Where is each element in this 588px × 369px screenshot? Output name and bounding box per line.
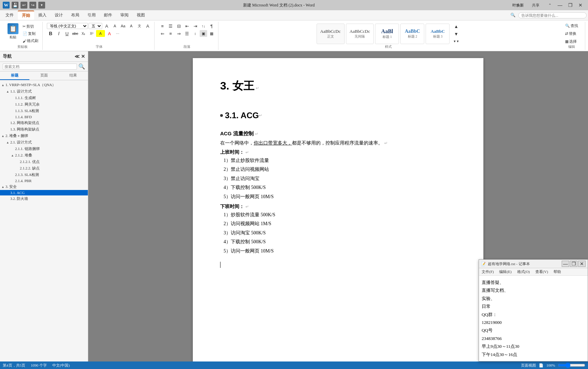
- justify-button[interactable]: ☰: [183, 30, 191, 37]
- font-name-select[interactable]: 等线 (中文正文): [47, 23, 88, 29]
- nav-item-2-1-2-1[interactable]: 2.1.2.1. 优点: [0, 159, 88, 165]
- phonetic-button[interactable]: ⋯: [114, 30, 121, 37]
- nav-tab-results[interactable]: 结果: [58, 71, 88, 80]
- nav-item-1-1[interactable]: ▲1.1. 设计方式: [0, 88, 88, 95]
- show-marks-button[interactable]: ¶: [208, 23, 215, 29]
- underline-button[interactable]: U: [63, 30, 71, 37]
- redo-icon[interactable]: ↪: [29, 2, 36, 9]
- italic-button[interactable]: I: [55, 30, 63, 37]
- nav-item-3-2[interactable]: 3.2. 防火墙: [0, 195, 88, 202]
- menu-design[interactable]: 设计: [51, 11, 67, 19]
- nav-item-1-3[interactable]: 1.3. 网络构架缺点: [0, 126, 88, 133]
- nav-item-2-1-2[interactable]: ▲2.1.2. 堆叠: [0, 152, 88, 159]
- menu-insert[interactable]: 插入: [34, 11, 51, 19]
- select-button[interactable]: ▦ 选择: [564, 38, 579, 45]
- menu-layout[interactable]: 布局: [67, 11, 83, 19]
- multilevel-button[interactable]: ⊟: [175, 23, 183, 29]
- style-h1[interactable]: AaBl 标题 1: [375, 24, 399, 44]
- notepad-close-button[interactable]: ✕: [578, 261, 586, 267]
- ribbon-toggle-button[interactable]: ⌃: [545, 2, 554, 9]
- replace-button[interactable]: ⇄ 替换: [564, 30, 579, 37]
- change-case-button[interactable]: A: [144, 23, 151, 29]
- menu-mailings[interactable]: 邮件: [100, 11, 116, 19]
- strikethrough-button[interactable]: abc: [71, 30, 79, 37]
- nav-item-2[interactable]: ▲2. 堆叠＋捆绑: [0, 133, 88, 139]
- line-spacing-button[interactable]: ↕: [191, 30, 199, 37]
- share-button[interactable]: 共享: [527, 2, 544, 9]
- font-size-select[interactable]: 五号: [89, 23, 102, 29]
- view-mode[interactable]: 页面视图: [521, 363, 536, 368]
- bold-button[interactable]: B: [47, 30, 54, 37]
- nav-item-2-1-1[interactable]: 2.1.1. 链路捆绑: [0, 146, 88, 152]
- paste-button[interactable]: 📋 粘贴: [5, 22, 21, 41]
- restore-button[interactable]: ❐: [565, 2, 575, 9]
- nav-tab-headings[interactable]: 标题: [0, 71, 29, 80]
- highlight-button[interactable]: A: [96, 30, 105, 37]
- find-button[interactable]: 🔍 查找: [564, 23, 579, 29]
- notepad-content[interactable]: 直播答疑、直播写文档、实验、日常QQ群：128219000QQ号23483876…: [479, 276, 588, 361]
- nav-arrow-icon[interactable]: ≪: [75, 54, 80, 59]
- style-normal[interactable]: AaBbCcDc 正文: [317, 24, 345, 44]
- font-grow-button[interactable]: A: [103, 23, 110, 29]
- text-effect-button[interactable]: A: [128, 23, 135, 29]
- nav-item-3-1[interactable]: 3.1. ACG: [0, 190, 88, 195]
- notepad-menu-格式O[interactable]: 格式(O): [516, 269, 531, 275]
- nav-tab-pages[interactable]: 页面: [29, 71, 59, 80]
- menu-review[interactable]: 审阅: [116, 11, 133, 19]
- notepad-menu-查看V[interactable]: 查看(V): [534, 269, 549, 275]
- increase-indent-button[interactable]: ⇥: [191, 23, 199, 29]
- nav-close-icon[interactable]: ✕: [81, 54, 85, 59]
- nav-item-1-1-3[interactable]: 1.1.3. SLA检测: [0, 108, 88, 114]
- subscript-button[interactable]: X₂: [80, 30, 87, 37]
- notepad-minimize-button[interactable]: —: [562, 261, 569, 267]
- nav-item-1-1-1[interactable]: 1.1.1. 生成树: [0, 95, 88, 101]
- format-painter-button[interactable]: 🖌 格式刷: [21, 38, 40, 44]
- dropdown-icon[interactable]: ▼: [38, 2, 45, 9]
- border-button[interactable]: ▦: [208, 30, 215, 37]
- superscript-button[interactable]: X²: [88, 30, 95, 37]
- nav-item-1-1-4[interactable]: 1.1.4. BFD: [0, 114, 88, 120]
- font-clear-button[interactable]: Aa: [119, 23, 127, 29]
- sort-button[interactable]: ↑↓: [200, 23, 207, 29]
- font-color-button[interactable]: A: [106, 30, 113, 37]
- zoom-slider[interactable]: [558, 363, 585, 368]
- close-button[interactable]: ✕: [576, 2, 585, 9]
- nav-item-2-1-3[interactable]: 2.1.3. SLA检测: [0, 172, 88, 178]
- decrease-indent-button[interactable]: ⇤: [183, 23, 191, 29]
- notepad-menu-编辑E[interactable]: 编辑(E): [498, 269, 513, 275]
- notepad-restore-button[interactable]: ❐: [570, 261, 577, 267]
- align-left-button[interactable]: ⇐: [159, 30, 166, 37]
- notepad-menu-文件F[interactable]: 文件(F): [480, 269, 495, 275]
- notepad-menu-帮助[interactable]: 帮助: [552, 269, 562, 275]
- nav-item-1-2[interactable]: 1.2. 网络构架优点: [0, 120, 88, 126]
- menu-file[interactable]: 文件: [1, 11, 18, 19]
- view-mode-icon[interactable]: 📄: [539, 363, 544, 368]
- cut-button[interactable]: ✂ 剪切: [21, 23, 40, 30]
- menu-home[interactable]: 开始: [18, 11, 34, 20]
- bullets-button[interactable]: ≡: [159, 23, 166, 29]
- align-right-button[interactable]: ⇒: [175, 30, 183, 37]
- style-h3[interactable]: AaBbC 标题 3: [426, 24, 450, 44]
- wen-button[interactable]: 文: [136, 23, 143, 29]
- nav-item-2-1-2-2[interactable]: 2.1.2.2. 缺点: [0, 165, 88, 172]
- nav-search-input[interactable]: [3, 64, 77, 70]
- styles-scroll-down-button[interactable]: ▼: [452, 30, 460, 37]
- menu-references[interactable]: 引用: [83, 11, 100, 19]
- menu-view[interactable]: 视图: [133, 11, 149, 19]
- nav-item-1[interactable]: ▲1. VRRP+MSTP+SLA（QNA）: [0, 82, 88, 88]
- font-shrink-button[interactable]: A: [111, 23, 119, 29]
- nav-item-2-1-4[interactable]: 2.1.4. PBR: [0, 178, 88, 183]
- nav-item-1-1-2[interactable]: 1.1.2. 网关冗余: [0, 101, 88, 108]
- align-center-button[interactable]: ≡: [167, 30, 174, 37]
- nav-item-3[interactable]: ▲3. 安全: [0, 183, 88, 190]
- style-h2[interactable]: AaBbC 标题 2: [400, 24, 424, 44]
- copy-button[interactable]: 📄 复制: [21, 30, 40, 37]
- minimize-button[interactable]: —: [555, 2, 565, 9]
- undo-icon[interactable]: ↩: [21, 2, 27, 9]
- numbering-button[interactable]: ☰: [167, 23, 174, 29]
- styles-scroll-up-button[interactable]: ▲: [452, 23, 460, 30]
- nav-item-2-1[interactable]: ▲2.1. 设计方式: [0, 139, 88, 146]
- styles-expand-button[interactable]: ▼▼: [452, 38, 460, 45]
- style-no-spacing[interactable]: AaBbCcDc 无间隔: [346, 24, 374, 44]
- shading-button[interactable]: ▣: [200, 30, 207, 37]
